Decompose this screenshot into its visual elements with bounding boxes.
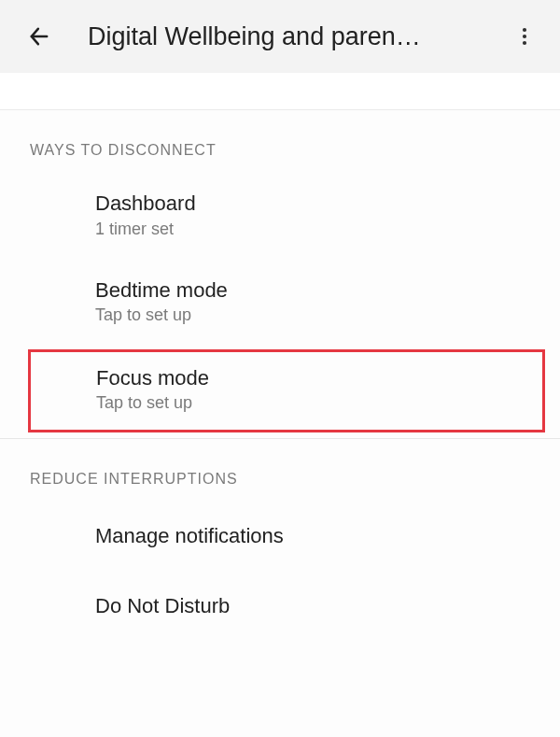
list-item-manage-notifications[interactable]: Manage notifications xyxy=(0,501,560,572)
back-icon[interactable] xyxy=(17,14,62,59)
svg-point-2 xyxy=(523,41,526,45)
section-header-disconnect: WAYS TO DISCONNECT xyxy=(0,110,560,172)
app-bar: Digital Wellbeing and paren… xyxy=(0,0,560,73)
item-title: Do Not Disturb xyxy=(95,593,560,619)
list-item-bedtime-mode[interactable]: Bedtime mode Tap to set up xyxy=(0,259,560,346)
item-title: Manage notifications xyxy=(95,523,560,549)
header-spacer xyxy=(0,73,560,110)
list-item-focus-mode[interactable]: Focus mode Tap to set up xyxy=(28,349,545,432)
svg-point-0 xyxy=(523,28,526,32)
list-item-do-not-disturb[interactable]: Do Not Disturb xyxy=(0,571,560,642)
more-options-icon[interactable] xyxy=(502,14,547,59)
section-header-reduce: REDUCE INTERRUPTIONS xyxy=(0,439,560,501)
svg-point-1 xyxy=(523,35,526,38)
item-title: Focus mode xyxy=(96,365,542,391)
item-title: Dashboard xyxy=(95,191,560,217)
list-item-dashboard[interactable]: Dashboard 1 timer set xyxy=(0,172,560,259)
page-title: Digital Wellbeing and paren… xyxy=(88,22,502,51)
item-title: Bedtime mode xyxy=(95,277,560,304)
item-subtitle: Tap to set up xyxy=(96,392,542,414)
item-subtitle: Tap to set up xyxy=(95,305,560,326)
item-subtitle: 1 timer set xyxy=(95,219,560,240)
